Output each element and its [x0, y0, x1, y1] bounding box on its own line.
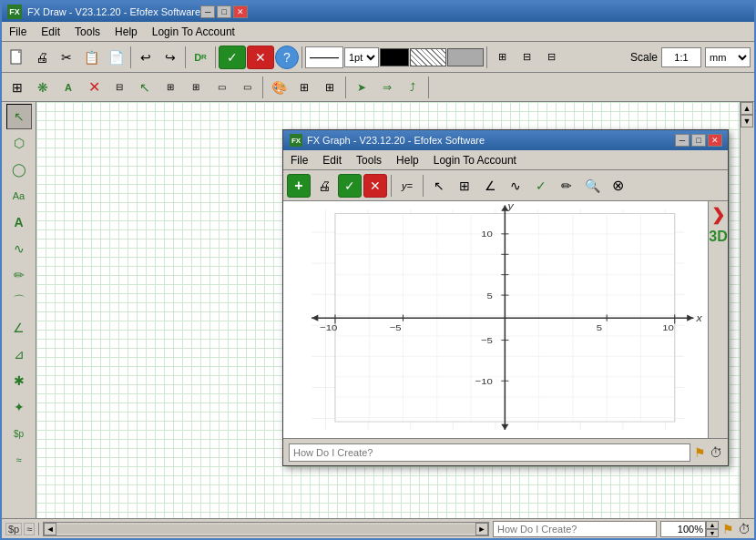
fw-menu-edit[interactable]: Edit: [315, 150, 349, 169]
fw-clock-icon[interactable]: ⏱: [710, 445, 722, 460]
line-width-select[interactable]: 1pt2pt3pt: [344, 47, 379, 67]
tool-select[interactable]: ↖: [6, 104, 32, 129]
maximize-button[interactable]: □: [217, 5, 231, 18]
color-box[interactable]: [380, 48, 409, 66]
t2-t2[interactable]: ⊞: [318, 76, 342, 99]
fw-pen[interactable]: ✏: [555, 174, 578, 198]
h-scrollbar[interactable]: ◄ ►: [43, 522, 489, 536]
zoom-down[interactable]: ▼: [706, 529, 719, 537]
print-button[interactable]: 🖨: [30, 46, 54, 69]
fw-yeq[interactable]: y=: [395, 174, 419, 198]
fw-menu-login[interactable]: Login To Account: [426, 150, 524, 169]
t2-arrow-select[interactable]: ↖: [133, 76, 157, 99]
fw-title-bar[interactable]: FX FX Graph - V23.12.20 - Efofex Softwar…: [283, 130, 728, 150]
fw-check2[interactable]: ✓: [529, 174, 553, 198]
menu-tools[interactable]: Tools: [67, 22, 107, 41]
cut-button[interactable]: ✂: [55, 46, 78, 69]
tool-hex[interactable]: ⬡: [6, 130, 32, 156]
t2-dots3[interactable]: ⊞: [184, 76, 208, 99]
fw-cross[interactable]: ✕: [363, 174, 387, 198]
menu-edit[interactable]: Edit: [34, 22, 67, 41]
fw-print[interactable]: 🖨: [312, 174, 336, 198]
scale-input[interactable]: 1:1: [661, 47, 701, 67]
scroll-down[interactable]: ▼: [741, 115, 753, 127]
t2-arrow1[interactable]: ➤: [350, 76, 373, 99]
scroll-right[interactable]: ►: [475, 523, 488, 535]
fill-pattern-box[interactable]: [410, 48, 446, 66]
menu-help[interactable]: Help: [107, 22, 145, 41]
t2-paint[interactable]: 🎨: [267, 76, 291, 99]
t2-text[interactable]: A: [56, 76, 80, 99]
check-button[interactable]: ✓: [219, 46, 246, 69]
tool-textaa[interactable]: Aa: [6, 183, 32, 209]
dr-button[interactable]: DR: [189, 46, 212, 69]
search-input[interactable]: [493, 521, 657, 537]
menu-login[interactable]: Login To Account: [145, 22, 242, 41]
tool-angle[interactable]: ∠: [6, 315, 32, 341]
tool-approx[interactable]: ≈: [6, 447, 32, 473]
minimize-button[interactable]: ─: [200, 5, 215, 18]
clock-icon[interactable]: ⏱: [738, 522, 751, 536]
fw-menu-help[interactable]: Help: [389, 150, 426, 169]
fw-menu-tools[interactable]: Tools: [349, 150, 389, 169]
tool-circle[interactable]: ◯: [6, 157, 32, 182]
fw-mask[interactable]: ⊗: [606, 174, 629, 198]
close-button[interactable]: ✕: [233, 5, 248, 18]
tool-text-a[interactable]: A: [6, 209, 32, 235]
fw-graph[interactable]: −5 5 −10 10 5 10 −5 −10 x y: [283, 201, 708, 438]
t2-arrow3[interactable]: ⤴: [401, 76, 424, 99]
t2-snowflake[interactable]: ❋: [31, 76, 55, 99]
collapse-arrow[interactable]: ❯: [711, 205, 725, 225]
t2-rect[interactable]: ▭: [209, 76, 233, 99]
scroll-up[interactable]: ▲: [741, 102, 753, 115]
flag-icon[interactable]: ⚑: [722, 522, 734, 536]
cancel-button[interactable]: ✕: [247, 46, 274, 69]
fw-search-input[interactable]: [289, 443, 690, 462]
t2-grid[interactable]: ⊞: [5, 76, 29, 99]
tb-r2[interactable]: ⊟: [515, 46, 538, 69]
t2-cross[interactable]: ✕: [82, 76, 106, 99]
fw-check[interactable]: ✓: [338, 174, 362, 198]
tb-r3[interactable]: ⊟: [539, 46, 563, 69]
redo-button[interactable]: ↪: [158, 46, 182, 69]
fw-grid[interactable]: ⊞: [453, 174, 476, 198]
t2-transform[interactable]: ⊞: [292, 76, 316, 99]
fw-add[interactable]: +: [287, 174, 311, 198]
tool-arc[interactable]: ⌒: [6, 289, 32, 314]
undo-button[interactable]: ↩: [134, 46, 158, 69]
menu-file[interactable]: File: [2, 22, 34, 41]
fw-maximize[interactable]: □: [691, 134, 706, 147]
fw-close[interactable]: ✕: [708, 134, 722, 147]
fw-wave[interactable]: ∿: [504, 174, 527, 198]
scroll-left[interactable]: ◄: [44, 523, 56, 535]
tool-star[interactable]: ✱: [6, 368, 32, 393]
t2-arrow2[interactable]: ⇒: [375, 76, 399, 99]
fw-select[interactable]: ↖: [427, 174, 451, 198]
zoom-up[interactable]: ▲: [706, 521, 719, 529]
tool-sp[interactable]: $p: [6, 421, 32, 446]
copy-button[interactable]: 📋: [79, 46, 103, 69]
t2-rect2[interactable]: ▭: [235, 76, 259, 99]
fw-angle[interactable]: ∠: [478, 174, 502, 198]
t2-dots1[interactable]: ⊟: [107, 76, 131, 99]
t2-dots2[interactable]: ⊞: [158, 76, 182, 99]
zoom-input[interactable]: 100%: [660, 521, 706, 537]
paste-button[interactable]: 📄: [104, 46, 128, 69]
fw-minimize[interactable]: ─: [675, 134, 690, 147]
canvas-area[interactable]: FX FX Graph - V23.12.20 - Efofex Softwar…: [36, 102, 740, 518]
three-d-label[interactable]: 3D: [709, 229, 727, 245]
tool-triangle[interactable]: ⊿: [6, 341, 32, 367]
scroll-thumb[interactable]: [56, 525, 475, 534]
tool-pen[interactable]: ✏: [6, 262, 32, 288]
new-button[interactable]: [5, 46, 29, 69]
help-button[interactable]: ?: [275, 46, 299, 69]
tb-r1[interactable]: ⊞: [490, 46, 514, 69]
fw-zoom[interactable]: 🔍: [580, 174, 604, 198]
tool-diamond[interactable]: ✦: [6, 394, 32, 420]
fill-color-box[interactable]: [447, 48, 484, 66]
fw-flag-icon[interactable]: ⚑: [694, 445, 706, 460]
unit-select[interactable]: mmcmin: [705, 47, 751, 67]
right-scrollbar[interactable]: ▲ ▼: [740, 102, 754, 518]
tool-curve[interactable]: ∿: [6, 236, 32, 261]
fw-menu-file[interactable]: File: [283, 150, 315, 169]
